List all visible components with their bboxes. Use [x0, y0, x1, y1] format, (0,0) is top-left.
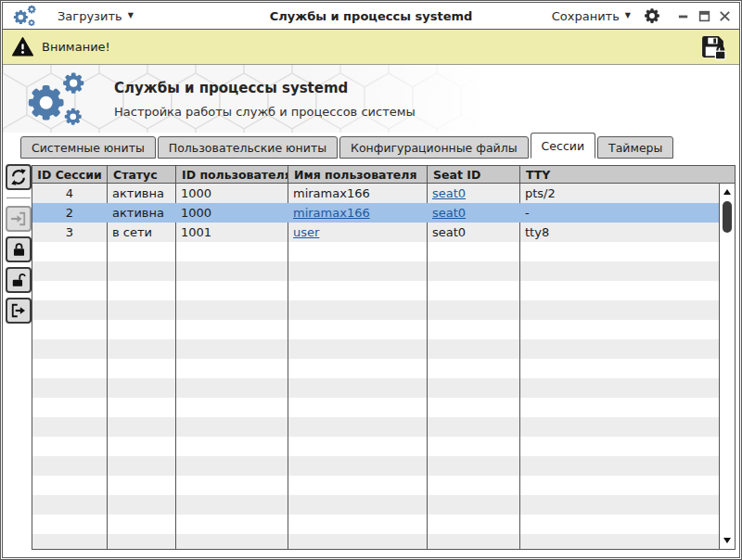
table-row[interactable]: 3 в сети 1001 user seat0 tty8 [32, 223, 719, 242]
cell-seat-id: seat0 [427, 225, 519, 239]
cell-tty: - [519, 206, 719, 220]
session-toolbar [6, 164, 32, 328]
cell-user-id: 1000 [175, 206, 288, 220]
tab-bar: Системные юниты Пользовательские юниты К… [3, 133, 739, 159]
cell-status: в сети [107, 225, 175, 239]
save-dropdown-button[interactable]: Сохранить ▼ [552, 9, 631, 23]
lock-session-icon [10, 241, 28, 259]
cell-status: активна [107, 206, 175, 220]
seat-id-link[interactable]: seat0 [432, 206, 466, 220]
cell-session-id: 2 [32, 206, 107, 220]
save-protected-icon [699, 33, 726, 60]
tab-timers[interactable]: Таймеры [597, 136, 673, 159]
cell-tty: tty8 [519, 225, 719, 239]
cell-session-id: 3 [32, 225, 107, 239]
column-header-tty[interactable]: TTY [519, 166, 735, 183]
warning-bar: Внимание! [3, 30, 739, 65]
chevron-down-icon: ▼ [625, 12, 631, 19]
attach-session-icon [9, 210, 28, 228]
column-header-session-id[interactable]: ID Сессии [32, 168, 107, 182]
tab-user-units[interactable]: Пользовательские юниты [158, 136, 338, 159]
cell-status: активна [107, 186, 175, 200]
unlock-session-button[interactable] [6, 267, 32, 293]
page-title: Службы и процессы systemd [114, 80, 416, 96]
minimize-icon[interactable] [677, 9, 691, 23]
refresh-button[interactable] [6, 164, 32, 190]
chevron-down-icon: ▼ [128, 12, 134, 19]
column-header-seat-id[interactable]: Seat ID [427, 166, 519, 183]
vertical-scrollbar[interactable] [719, 184, 735, 549]
settings-gear-icon[interactable] [644, 7, 660, 24]
toolbar-separator [6, 197, 31, 198]
titlebar: Службы и процессы systemd Загрузить ▼ Со… [3, 3, 739, 30]
scroll-down-icon[interactable] [720, 534, 735, 547]
sessions-panel: ID Сессии Статус ID пользователя Имя пол… [3, 159, 739, 557]
warning-triangle-icon [12, 36, 33, 57]
page-subtitle: Настройка работы служб и процессов систе… [114, 105, 416, 119]
column-header-status[interactable]: Статус [107, 166, 175, 183]
seat-id-link[interactable]: seat0 [432, 186, 466, 200]
scrollbar-thumb[interactable] [723, 201, 732, 233]
table-header-row: ID Сессии Статус ID пользователя Имя пол… [32, 166, 735, 184]
tab-system-units[interactable]: Системные юниты [20, 136, 156, 159]
user-name-link[interactable]: miramax166 [293, 206, 370, 220]
app-logo-gears-icon [21, 71, 90, 127]
scroll-up-icon[interactable] [720, 185, 735, 198]
column-header-user-id[interactable]: ID пользователя [175, 166, 288, 183]
cell-user-id: 1000 [175, 186, 288, 200]
maximize-icon[interactable] [697, 9, 711, 23]
cell-user-name: miramax166 [288, 186, 427, 200]
table-body: 4 активна 1000 miramax166 seat0 pts/2 2 … [32, 184, 719, 549]
app-header: Службы и процессы systemd Настройка рабо… [3, 65, 739, 133]
attach-session-button [6, 206, 32, 232]
terminate-session-button[interactable] [6, 298, 32, 324]
table-row[interactable]: 4 активна 1000 miramax166 seat0 pts/2 [32, 184, 719, 203]
cell-session-id: 4 [32, 186, 107, 200]
column-header-user-name[interactable]: Имя пользователя [288, 166, 427, 183]
warning-label: Внимание! [42, 40, 110, 54]
user-name-link[interactable]: user [293, 225, 319, 239]
app-gears-icon [12, 5, 37, 27]
unlock-session-icon [10, 272, 28, 289]
tab-config-files[interactable]: Конфигурационные файлы [339, 136, 529, 159]
tab-sessions[interactable]: Сессии [531, 133, 595, 159]
cell-tty: pts/2 [519, 186, 719, 200]
load-dropdown-button[interactable]: Загрузить ▼ [58, 9, 134, 23]
table-row-selected[interactable]: 2 активна 1000 miramax166 seat0 - [32, 203, 719, 223]
lock-session-button[interactable] [6, 236, 32, 262]
sessions-table: ID Сессии Статус ID пользователя Имя пол… [32, 165, 736, 550]
close-icon[interactable] [718, 9, 732, 23]
cell-user-id: 1001 [175, 225, 288, 239]
app-window: Службы и процессы systemd Загрузить ▼ Со… [0, 0, 742, 560]
refresh-icon [9, 168, 28, 186]
terminate-session-icon [9, 301, 28, 320]
